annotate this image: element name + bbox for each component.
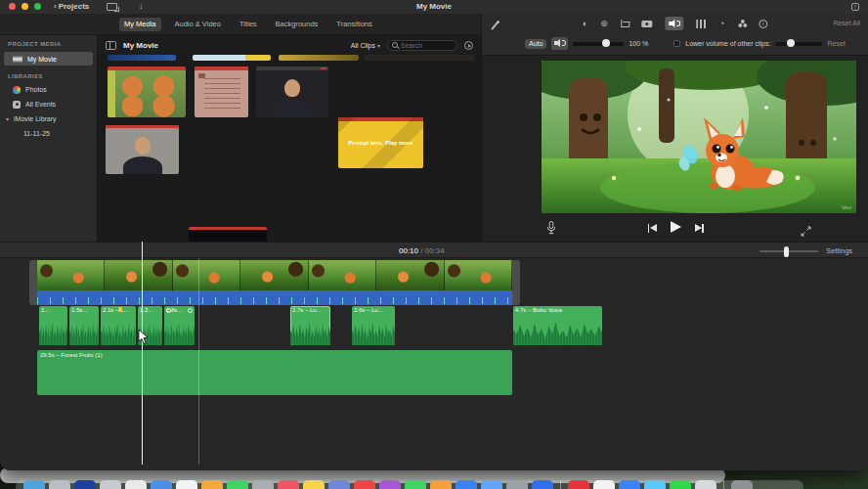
tab-transitions[interactable]: Transitions [331, 18, 376, 31]
dock-app-icon-20[interactable] [532, 480, 553, 489]
dock-app-icon-5[interactable] [151, 480, 172, 489]
dock-app-icon-26[interactable] [670, 480, 691, 489]
dock-app-icon-16[interactable] [430, 480, 452, 489]
mute-button[interactable] [551, 37, 568, 50]
clip-trim-handle-left[interactable] [29, 260, 37, 305]
dock-app-icon-7[interactable] [201, 480, 223, 489]
thumbnail-partial-1[interactable] [108, 55, 176, 61]
audio-clip-selected[interactable]: 2.7s – Lu... [290, 306, 330, 345]
dock-app-icon-22[interactable] [568, 480, 589, 489]
speed-icon[interactable]: ◔ [719, 17, 724, 30]
audio-clip-3[interactable]: 2.1s – L... [101, 306, 136, 345]
watermark: Veo [842, 204, 851, 210]
timeline[interactable]: 1... 1.5s... 2.1s – L... 1.2... 1.8s... … [0, 258, 868, 470]
video-audio-waveform[interactable] [37, 290, 512, 305]
reset-all-button[interactable]: Reset All [833, 20, 860, 26]
sidebar-item-my-movie[interactable]: My Movie [4, 52, 93, 66]
timeline-zoom-knob[interactable] [784, 246, 789, 257]
dock-app-icon-1[interactable] [49, 480, 70, 489]
tab-backgrounds[interactable]: Backgrounds [271, 18, 324, 31]
dock-app-icon-23[interactable] [593, 480, 615, 489]
share-icon[interactable]: ↑ [851, 3, 859, 11]
play-button[interactable] [671, 221, 681, 233]
audio-clip-5[interactable]: 1.8s... [164, 306, 195, 345]
info-icon[interactable]: i [759, 17, 767, 30]
color-balance-icon[interactable]: ◐ [583, 17, 587, 30]
effects-icon[interactable] [737, 17, 746, 30]
dock-app-icon-12[interactable] [328, 480, 350, 489]
thumbnail-partial-4[interactable] [365, 55, 474, 61]
thumbnail-webcam-dark[interactable] [256, 67, 328, 117]
color-correction-icon[interactable]: ⊛ [600, 17, 608, 30]
dock-app-icon-13[interactable] [354, 480, 375, 489]
dock-app-icon-4[interactable] [125, 480, 147, 489]
dock-app-icon-24[interactable] [619, 480, 640, 489]
thumbnail-yellow-slide[interactable]: Prompt less, Play more [338, 117, 423, 168]
fullscreen-icon[interactable] [801, 223, 811, 234]
auto-volume-button[interactable]: Auto [525, 39, 546, 49]
audio-clip-bobo-voice[interactable]: 4.7s – Bobo Voice [513, 306, 602, 345]
audio-clip-2[interactable]: 1.5s... [69, 306, 99, 345]
volume-icon[interactable] [666, 17, 684, 30]
dock-app-icon-25[interactable] [644, 480, 666, 489]
dock-app-icon-3[interactable] [100, 480, 121, 489]
lower-volume-checkbox[interactable] [673, 40, 680, 47]
sidebar-item-all-events[interactable]: All Events [0, 97, 97, 111]
dock-app-icon-18[interactable] [481, 480, 502, 489]
search-field[interactable] [387, 40, 457, 51]
timeline-settings-button[interactable]: Settings [826, 246, 852, 255]
library-sidebar: PROJECT MEDIA My Movie LIBRARIES Photos … [0, 35, 98, 242]
thumbnail-partial-2[interactable] [193, 55, 271, 61]
thumbnail-document[interactable] [195, 67, 248, 117]
thumbnail-fox-grid[interactable] [108, 67, 186, 117]
dock-app-icon-9[interactable] [252, 480, 274, 489]
fade-handle-icon[interactable] [166, 308, 171, 313]
dock-app-icon-8[interactable] [227, 480, 248, 489]
timeline-zoom-slider[interactable] [760, 250, 818, 252]
thumbnail-partial-3[interactable] [279, 55, 359, 61]
thumbnail-webcam-light[interactable] [106, 125, 179, 174]
dock-app-icon-29[interactable] [731, 480, 753, 489]
titlebar: ‹Projects ↓ My Movie ↑ [0, 0, 868, 14]
dock-app-icon-17[interactable] [456, 480, 477, 489]
video-clip-filmstrip[interactable] [37, 260, 512, 290]
dock-app-icon-14[interactable] [379, 480, 401, 489]
clip-filter-dropdown[interactable]: All Clips ▾ [351, 42, 380, 49]
stabilization-icon[interactable] [642, 17, 653, 30]
noise-reduction-icon[interactable] [697, 17, 707, 30]
lower-volume-slider[interactable] [775, 42, 822, 46]
volume-slider[interactable] [573, 42, 624, 46]
disclosure-caret-icon[interactable]: ▾ [6, 115, 9, 122]
enhance-wand-icon[interactable] [490, 21, 499, 30]
crop-icon[interactable] [621, 17, 629, 30]
next-frame-button[interactable] [695, 224, 704, 233]
tab-titles[interactable]: Titles [235, 18, 262, 31]
playhead[interactable] [142, 242, 143, 465]
dock-app-icon-10[interactable] [278, 480, 299, 489]
tab-audio-video[interactable]: Audio & Video [170, 18, 226, 31]
dock-app-icon-15[interactable] [405, 480, 426, 489]
tab-my-media[interactable]: My Media [119, 18, 161, 31]
audio-clip-7[interactable]: 2.6s – Lu... [352, 306, 395, 345]
sidebar-item-imovie-library[interactable]: ▾ iMovie Library [0, 111, 97, 126]
dock-app-icon-27[interactable] [695, 480, 716, 489]
voiceover-mic-icon[interactable] [546, 221, 556, 235]
thumbnail-terminal[interactable] [189, 227, 267, 242]
dock-app-icon-2[interactable] [74, 480, 96, 489]
audio-clip-1[interactable]: 1... [39, 306, 67, 345]
background-music-clip[interactable]: 29.5s – Forest Frolic (1) [37, 350, 512, 395]
reset-button[interactable]: Reset [827, 40, 845, 47]
clip-trim-handle-right[interactable] [512, 260, 520, 305]
project-media-header: PROJECT MEDIA [0, 35, 97, 50]
playback-history-icon[interactable] [464, 41, 473, 50]
sidebar-toggle-icon[interactable] [106, 41, 116, 50]
fade-handle-icon[interactable] [188, 308, 193, 313]
search-input[interactable] [401, 42, 453, 49]
dock-app-icon-6[interactable] [176, 480, 197, 489]
dock-app-icon-0[interactable] [23, 480, 45, 489]
dock-app-icon-11[interactable] [303, 480, 325, 489]
sidebar-item-library-date[interactable]: 11-11-25 [0, 126, 97, 141]
dock-app-icon-19[interactable] [506, 480, 528, 489]
sidebar-item-photos[interactable]: Photos [0, 82, 97, 97]
previous-frame-button[interactable] [648, 224, 657, 233]
